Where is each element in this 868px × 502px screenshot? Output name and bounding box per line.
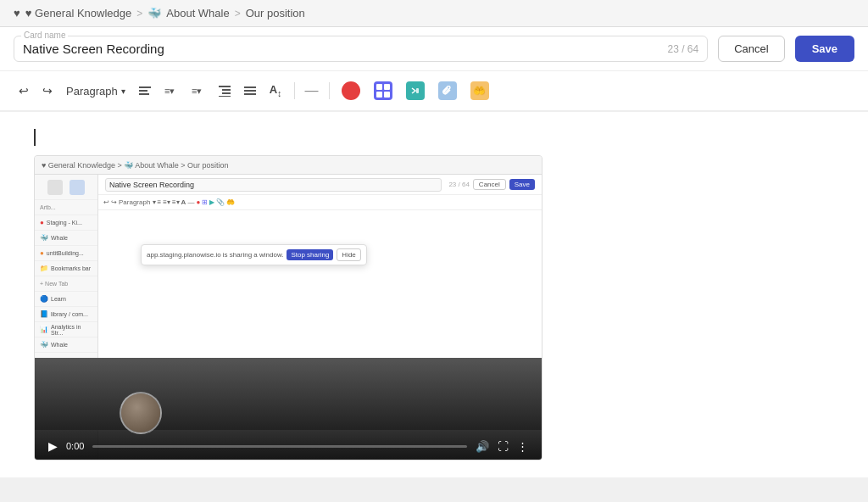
embed-button[interactable] xyxy=(401,78,430,103)
embedded-media: ♥ General Knowledge > 🐳 About Whale > Ou… xyxy=(34,155,542,460)
breadcrumb-bar: ♥ ♥ General Knowledge > 🐳 About Whale > … xyxy=(0,0,868,27)
svg-rect-10 xyxy=(244,90,256,92)
svg-rect-0 xyxy=(139,86,151,88)
play-button[interactable]: ▶ xyxy=(48,439,58,453)
svg-rect-8 xyxy=(219,96,231,97)
breadcrumb-general-knowledge[interactable]: ♥ General Knowledge xyxy=(25,7,132,20)
more-options-icon[interactable]: ⋮ xyxy=(517,440,528,453)
indent-icon xyxy=(219,85,231,97)
attachment-icon xyxy=(438,81,457,100)
list-ordered-button[interactable]: ≡▾ xyxy=(159,81,183,100)
inner-hide-button[interactable]: Hide xyxy=(337,248,360,261)
more-tools-button[interactable]: 🤲 xyxy=(465,78,494,103)
svg-text:≡▾: ≡▾ xyxy=(164,86,175,96)
text-size-button[interactable]: A↕ xyxy=(264,80,287,102)
inner-card-bar: Native Screen Recording 23 / 64 Cancel S… xyxy=(98,175,542,195)
toolbar-separator-2 xyxy=(329,82,330,99)
align-justify-button[interactable] xyxy=(239,81,261,100)
embed-icon xyxy=(406,81,425,100)
inner-popup: app.staging.planowise.io is sharing a wi… xyxy=(141,244,367,265)
align-left-icon xyxy=(139,85,151,97)
svg-text:≡▾: ≡▾ xyxy=(192,86,202,96)
svg-rect-1 xyxy=(139,90,147,92)
card-name-input[interactable] xyxy=(23,38,667,59)
char-count: 23 / 64 xyxy=(667,43,698,55)
editor-container: Card name 23 / 64 Cancel Save ↩ ↪ Paragr… xyxy=(0,27,868,477)
video-controls: ▶ 0:00 🔊 ⛶ ⋮ xyxy=(35,432,542,460)
inner-toolbar: ↩↪ Paragraph ▾ ≡≡▾≡▾ A — ● ⊞ ▶ 📎 🤲 xyxy=(98,195,542,210)
record-button[interactable] xyxy=(337,78,365,103)
align-justify-icon xyxy=(244,85,256,97)
cancel-button[interactable]: Cancel xyxy=(718,36,784,62)
text-cursor xyxy=(34,129,36,146)
dash-icon: — xyxy=(302,83,322,98)
svg-rect-7 xyxy=(222,92,231,94)
inner-stop-sharing-button[interactable]: Stop sharing xyxy=(287,249,333,260)
svg-rect-6 xyxy=(222,89,231,91)
breadcrumb-whale-icon: 🐳 xyxy=(147,7,161,20)
breadcrumb-sep-2: > xyxy=(235,8,241,20)
grid-icon xyxy=(374,81,392,100)
inner-cancel-button[interactable]: Cancel xyxy=(473,179,506,190)
avatar xyxy=(120,392,162,434)
breadcrumb-sep-1: > xyxy=(136,8,142,20)
align-left-button[interactable] xyxy=(134,81,156,100)
inner-screenshot: ♥ General Knowledge > 🐳 About Whale > Ou… xyxy=(35,156,542,460)
grid-button[interactable] xyxy=(369,78,398,103)
breadcrumb-about-whale[interactable]: About Whale xyxy=(166,7,229,20)
svg-rect-2 xyxy=(139,93,149,95)
card-name-label: Card name xyxy=(21,31,68,40)
svg-rect-12 xyxy=(416,88,419,93)
video-progress-bar[interactable] xyxy=(92,445,467,448)
more-tools-icon: 🤲 xyxy=(470,81,489,100)
editor-area[interactable]: ♥ General Knowledge > 🐳 About Whale > Ou… xyxy=(0,112,868,477)
list-unordered-button[interactable]: ≡▾ xyxy=(186,81,210,100)
svg-rect-9 xyxy=(244,86,256,88)
indent-button[interactable] xyxy=(214,81,236,100)
card-name-wrapper: Card name 23 / 64 xyxy=(14,36,708,62)
svg-rect-5 xyxy=(219,86,231,87)
video-background xyxy=(35,358,542,430)
record-icon xyxy=(342,81,360,100)
list-unordered-icon: ≡▾ xyxy=(192,85,205,97)
video-time: 0:00 xyxy=(66,441,84,451)
inner-breadcrumb: ♥ General Knowledge > 🐳 About Whale > Ou… xyxy=(42,161,228,170)
inner-top-bar: ♥ General Knowledge > 🐳 About Whale > Ou… xyxy=(35,156,542,175)
list-ordered-icon: ≡▾ xyxy=(164,85,178,97)
inner-card-name: Native Screen Recording xyxy=(109,181,194,189)
undo-button[interactable]: ↩ xyxy=(14,81,34,101)
fullscreen-icon[interactable]: ⛶ xyxy=(498,440,509,453)
volume-icon[interactable]: 🔊 xyxy=(476,440,489,453)
editor-toolbar: ↩ ↪ Paragraph ▾ ≡▾ ≡▾ xyxy=(0,71,868,111)
text-size-icon: A↕ xyxy=(270,83,282,98)
inner-popup-text: app.staging.planowise.io is sharing a wi… xyxy=(147,251,283,259)
redo-button[interactable]: ↪ xyxy=(37,81,58,101)
save-button[interactable]: Save xyxy=(795,36,854,62)
paragraph-label: Paragraph xyxy=(66,85,118,98)
inner-save-button[interactable]: Save xyxy=(509,179,535,190)
toolbar-separator-1 xyxy=(294,82,295,99)
card-name-bar: Card name 23 / 64 Cancel Save xyxy=(0,27,868,71)
inner-char-count: 23 / 64 xyxy=(448,181,469,188)
attachment-button[interactable] xyxy=(433,78,462,103)
breadcrumb-heart-icon: ♥ xyxy=(14,7,20,20)
svg-rect-11 xyxy=(244,93,256,95)
paragraph-dropdown[interactable]: Paragraph ▾ xyxy=(61,81,131,101)
video-player: ▶ 0:00 🔊 ⛶ ⋮ xyxy=(35,358,542,460)
paragraph-arrow-icon: ▾ xyxy=(121,86,125,96)
breadcrumb-our-position: Our position xyxy=(246,7,305,20)
